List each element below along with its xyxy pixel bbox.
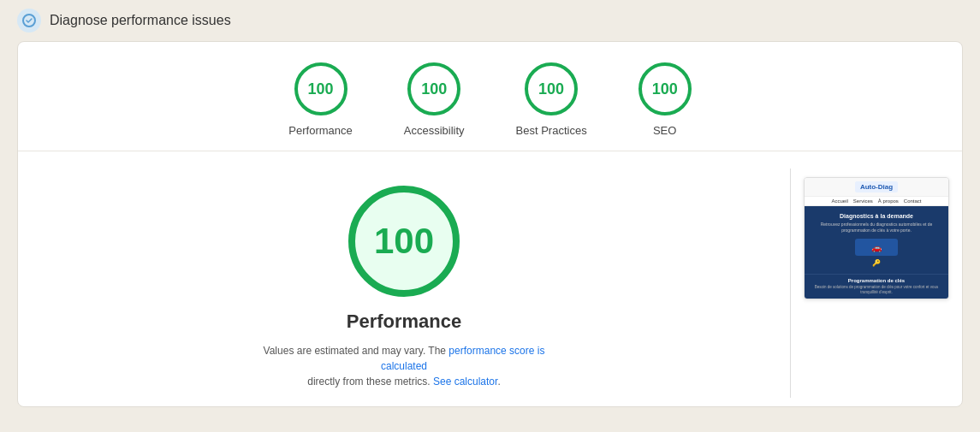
main-card: 100 Performance 100 Accessibility 100 Be…: [17, 41, 963, 407]
sc-logo: Auto-Diag: [855, 181, 898, 192]
scores-row: 100 Performance 100 Accessibility 100 Be…: [18, 42, 962, 151]
big-score-circle: 100: [348, 186, 460, 297]
sc-nav-apropos: À propos: [878, 198, 899, 204]
right-panel: Auto-Diag Accueil Services À propos Cont…: [791, 169, 962, 398]
sc-hero-text: Retrouvez professionnels du diagnostics …: [811, 222, 941, 234]
score-item-seo: 100 SEO: [638, 62, 692, 137]
calculator-link[interactable]: See calculator: [433, 376, 497, 388]
diagnose-icon: [17, 9, 41, 33]
sc-car: 🚗: [855, 239, 898, 256]
score-label-performance: Performance: [288, 124, 352, 137]
big-score-label: Performance: [347, 311, 462, 333]
sc-key-icon: 🔑: [811, 259, 941, 267]
sc-section-text: Besoin de solutions de programmation de …: [811, 285, 941, 295]
sc-section: Programmation de clés Besoin de solution…: [805, 274, 948, 299]
left-panel: 100 Performance Values are estimated and…: [18, 169, 791, 398]
score-item-performance: 100 Performance: [288, 62, 352, 137]
score-circle-best-practices: 100: [525, 62, 578, 115]
sc-hero-title: Diagnostics à la demande: [811, 213, 941, 219]
detail-area: 100 Performance Values are estimated and…: [18, 151, 962, 406]
score-circle-performance: 100: [294, 62, 347, 115]
score-label-best-practices: Best Practices: [516, 124, 587, 137]
sc-section-title: Programmation de clés: [811, 278, 941, 283]
screenshot-card: Auto-Diag Accueil Services À propos Cont…: [804, 177, 949, 299]
score-label-seo: SEO: [653, 124, 676, 137]
sc-nav: Accueil Services À propos Contact: [805, 197, 948, 206]
score-item-accessibility: 100 Accessibility: [404, 62, 465, 137]
sc-header: Auto-Diag: [805, 178, 948, 197]
score-label-accessibility: Accessibility: [404, 124, 465, 137]
sc-nav-services: Services: [853, 198, 873, 204]
values-note: Values are estimated and may vary. The p…: [258, 343, 549, 389]
score-item-best-practices: 100 Best Practices: [516, 62, 587, 137]
score-circle-accessibility: 100: [407, 62, 460, 115]
sc-car-icon: 🚗: [871, 243, 882, 252]
sc-nav-accueil: Accueil: [831, 198, 847, 204]
sc-nav-contact: Contact: [904, 198, 922, 204]
diagnose-title: Diagnose performance issues: [50, 13, 231, 28]
sc-hero: Diagnostics à la demande Retrouvez profe…: [805, 206, 948, 274]
score-circle-seo: 100: [638, 62, 692, 115]
top-bar: Diagnose performance issues: [0, 0, 980, 41]
